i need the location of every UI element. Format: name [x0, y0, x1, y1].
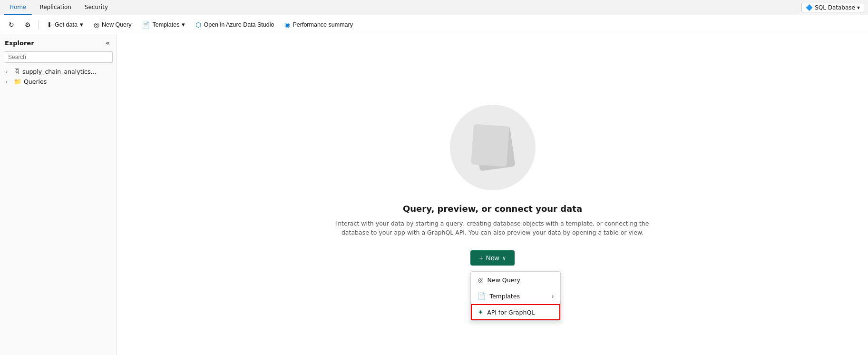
db-selector[interactable]: 🔷 SQL Database ▾: [801, 3, 864, 12]
new-dropdown-menu: ◎ New Query 📄 Templates › ✦ API: [470, 271, 561, 321]
open-azure-icon: ⬡: [195, 21, 201, 29]
dropdown-item-graphql-left: ✦ API for GraphQL: [478, 308, 535, 316]
folder-icon: 📁: [14, 78, 21, 85]
new-query-dropdown-icon: ◎: [478, 276, 483, 284]
content-description: Interact with your data by starting a qu…: [326, 219, 659, 237]
dropdown-item-templates-label: Templates: [489, 293, 520, 300]
tree-item-queries[interactable]: › 📁 Queries: [0, 77, 117, 87]
new-button[interactable]: + New ∨: [470, 250, 514, 266]
performance-summary-label: Performance summary: [293, 21, 352, 28]
dropdown-item-graphql[interactable]: ✦ API for GraphQL: [471, 304, 560, 320]
dropdown-item-graphql-label: API for GraphQL: [487, 309, 535, 316]
nav-tab-replication[interactable]: Replication: [34, 0, 77, 15]
dropdown-item-new-query[interactable]: ◎ New Query: [471, 272, 560, 288]
graphql-icon: ✦: [478, 308, 483, 316]
dropdown-item-templates[interactable]: 📄 Templates ›: [471, 288, 560, 304]
get-data-icon: ⬇: [47, 21, 52, 29]
sidebar-header: Explorer «: [0, 34, 117, 51]
performance-icon: ◉: [284, 21, 290, 29]
toolbar-separator-1: [39, 20, 39, 30]
sidebar-collapse-button[interactable]: «: [104, 38, 112, 48]
new-query-toolbar-icon: ◎: [94, 21, 99, 29]
templates-toolbar-label: Templates: [152, 21, 179, 28]
refresh-icon: ↻: [9, 21, 14, 29]
tree-item-supply-chain[interactable]: › 🗄 supply_chain_analytics...: [0, 67, 117, 77]
tree-item-label: supply_chain_analytics...: [22, 68, 96, 75]
refresh-button[interactable]: ↻: [4, 18, 19, 32]
main-layout: Explorer « › 🗄 supply_chain_analytics...…: [0, 34, 868, 355]
sidebar: Explorer « › 🗄 supply_chain_analytics...…: [0, 34, 117, 355]
templates-toolbar-button[interactable]: 📄 Templates ▾: [137, 18, 190, 32]
get-data-chevron-icon: ▾: [80, 21, 83, 28]
dropdown-item-new-query-left: ◎ New Query: [478, 276, 520, 284]
tree-arrow-queries-icon: ›: [6, 79, 11, 84]
templates-toolbar-icon: 📄: [142, 21, 150, 29]
templates-chevron-icon: ▾: [182, 21, 185, 28]
new-query-toolbar-button[interactable]: ◎ New Query: [89, 18, 137, 32]
nav-tab-home[interactable]: Home: [4, 0, 32, 15]
new-btn-chevron-icon: ∨: [502, 255, 506, 261]
top-nav-right: 🔷 SQL Database ▾: [801, 3, 864, 12]
sidebar-title: Explorer: [5, 39, 34, 47]
tree-arrow-icon: ›: [6, 69, 11, 74]
open-azure-label: Open in Azure Data Studio: [204, 21, 274, 28]
db-icon: 🔷: [806, 4, 813, 11]
content-title: Query, preview, or connect your data: [403, 204, 582, 214]
illustration-inner: [467, 121, 519, 174]
performance-summary-button[interactable]: ◉ Performance summary: [280, 18, 357, 32]
illustration: [450, 105, 536, 190]
new-button-dropdown: + New ∨ ◎ New Query 📄 Templates: [470, 250, 514, 266]
new-btn-plus-icon: +: [479, 254, 483, 262]
settings-icon: ⚙: [25, 21, 31, 29]
dropdown-item-templates-left: 📄 Templates: [478, 292, 520, 300]
dropdown-item-new-query-label: New Query: [488, 276, 520, 284]
open-azure-button[interactable]: ⬡ Open in Azure Data Studio: [191, 18, 279, 32]
db-selector-label: SQL Database: [815, 4, 855, 11]
doc-front-shape: [471, 124, 509, 167]
toolbar: ↻ ⚙ ⬇ Get data ▾ ◎ New Query 📄 Templates…: [0, 15, 868, 34]
new-btn-label: New: [486, 254, 499, 262]
chevron-down-icon: ▾: [857, 4, 860, 11]
top-nav: Home Replication Security 🔷 SQL Database…: [0, 0, 868, 15]
database-icon: 🗄: [14, 68, 20, 75]
tree-item-queries-label: Queries: [24, 78, 47, 85]
new-query-toolbar-label: New Query: [102, 21, 132, 28]
search-input[interactable]: [4, 51, 113, 63]
templates-submenu-arrow-icon: ›: [551, 293, 554, 300]
settings-button[interactable]: ⚙: [20, 18, 36, 32]
nav-tab-security[interactable]: Security: [79, 0, 114, 15]
get-data-label: Get data: [55, 21, 78, 28]
content-area: Query, preview, or connect your data Int…: [117, 34, 868, 355]
templates-dropdown-icon: 📄: [478, 292, 486, 300]
get-data-button[interactable]: ⬇ Get data ▾: [42, 18, 88, 32]
